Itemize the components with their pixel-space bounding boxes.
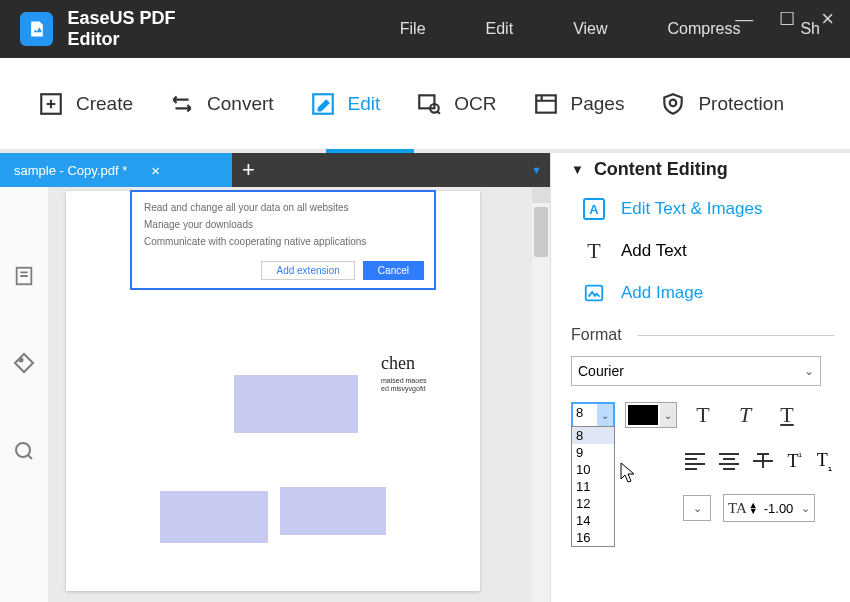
add-extension-button[interactable]: Add extension — [261, 261, 354, 280]
pencil-box-icon — [310, 91, 336, 117]
app-title: EaseUS PDF Editor — [67, 8, 229, 50]
ribbon-create[interactable]: Create — [38, 91, 133, 117]
ribbon-convert[interactable]: Convert — [169, 91, 274, 117]
ribbon-toolbar: Create Convert Edit OCR Pages Protection — [0, 58, 850, 153]
plus-box-icon — [38, 91, 64, 117]
svg-point-8 — [16, 443, 30, 457]
align-center-button[interactable] — [717, 448, 741, 474]
svg-point-5 — [670, 99, 677, 106]
subscript-button[interactable]: T₁ — [815, 448, 835, 474]
text-chen[interactable]: chen — [381, 353, 415, 374]
strikethrough-button[interactable] — [751, 448, 775, 474]
selection-box-1[interactable] — [234, 375, 358, 433]
size-dropdown-button[interactable]: ⌄ — [597, 404, 613, 426]
thumbnails-icon[interactable] — [13, 265, 35, 291]
align-left-button[interactable] — [683, 448, 707, 474]
chevron-down-icon: ⌄ — [801, 502, 810, 515]
embedded-dialog: Read and change all your data on all web… — [130, 190, 436, 290]
document-area: Read and change all your data on all web… — [0, 187, 550, 602]
add-image-icon — [583, 282, 605, 304]
edit-text-icon: A — [583, 198, 605, 220]
edit-text-images-item[interactable]: A Edit Text & Images — [571, 188, 834, 230]
format-section-head: Format — [571, 326, 834, 344]
dialog-line-3: Communicate with cooperating native appl… — [144, 236, 422, 247]
document-tab[interactable]: sample - Copy.pdf * × — [0, 153, 232, 187]
dialog-line-2: Manage your downloads — [144, 219, 422, 230]
add-image-item[interactable]: Add Image — [571, 272, 834, 314]
line-spacing-dropdown[interactable]: ⌄ — [683, 495, 711, 521]
tabbar-spacer: + ▼ — [232, 153, 550, 187]
window-controls: — ☐ × — [735, 6, 834, 32]
ribbon-protection[interactable]: Protection — [660, 91, 784, 117]
menu-edit[interactable]: Edit — [456, 20, 544, 38]
font-size-dropdown: 8 9 10 11 12 14 16 — [571, 426, 615, 547]
selection-box-2[interactable] — [160, 491, 268, 543]
color-dropdown-button[interactable]: ⌄ — [660, 403, 676, 427]
size-option-8[interactable]: 8 — [572, 427, 614, 444]
page: Read and change all your data on all web… — [66, 191, 480, 591]
side-panel: ▼ Content Editing A Edit Text & Images T… — [550, 153, 850, 602]
char-spacing-icon: TA — [728, 500, 747, 517]
ribbon-pages[interactable]: Pages — [533, 91, 625, 117]
ocr-icon — [416, 91, 442, 117]
size-option-11[interactable]: 11 — [572, 478, 614, 495]
search-rail-icon[interactable] — [12, 439, 36, 467]
tag-icon[interactable] — [12, 351, 36, 379]
color-swatch-black — [628, 405, 658, 425]
panel-heading[interactable]: ▼ Content Editing — [571, 157, 834, 188]
svg-point-7 — [20, 359, 23, 362]
pages-icon — [533, 91, 559, 117]
svg-rect-2 — [420, 95, 435, 108]
ribbon-ocr[interactable]: OCR — [416, 91, 496, 117]
app-logo — [20, 12, 53, 46]
char-spacing-arrows-icon: ▲▼ — [749, 502, 758, 514]
char-spacing-select[interactable]: TA ▲▼ -1.00 ⌄ — [723, 494, 815, 522]
maximize-button[interactable]: ☐ — [779, 8, 795, 30]
menu-file[interactable]: File — [370, 20, 456, 38]
underline-button[interactable]: T — [771, 400, 803, 430]
text-chen-sub[interactable]: maised maoesed misvyvgofd — [381, 377, 427, 393]
document-tabbar: sample - Copy.pdf * × + ▼ — [0, 153, 550, 187]
superscript-button[interactable]: T¹ — [785, 448, 805, 474]
page-canvas[interactable]: Read and change all your data on all web… — [48, 187, 532, 602]
convert-icon — [169, 91, 195, 117]
size-option-12[interactable]: 12 — [572, 495, 614, 512]
tab-close-button[interactable]: × — [151, 162, 160, 179]
size-option-14[interactable]: 14 — [572, 512, 614, 529]
add-tab-button[interactable]: + — [242, 157, 255, 183]
minimize-button[interactable]: — — [735, 9, 753, 30]
size-option-10[interactable]: 10 — [572, 461, 614, 478]
bold-button[interactable]: T — [687, 400, 719, 430]
selection-box-3[interactable] — [280, 487, 386, 535]
font-color-select[interactable]: ⌄ — [625, 402, 677, 428]
dialog-line-1: Read and change all your data on all web… — [144, 202, 422, 213]
chevron-down-icon: ⌄ — [804, 364, 814, 378]
cancel-extension-button[interactable]: Cancel — [363, 261, 424, 280]
add-text-icon: T — [583, 240, 605, 262]
title-bar: EaseUS PDF Editor File Edit View Compres… — [0, 0, 850, 58]
close-button[interactable]: × — [821, 6, 834, 32]
tab-title: sample - Copy.pdf * — [14, 163, 127, 178]
font-family-select[interactable]: Courier ⌄ — [571, 356, 821, 386]
menu-view[interactable]: View — [543, 20, 637, 38]
size-option-16[interactable]: 16 — [572, 529, 614, 546]
ribbon-edit[interactable]: Edit — [310, 91, 381, 117]
add-text-item[interactable]: T Add Text — [571, 230, 834, 272]
caret-down-icon: ▼ — [571, 162, 584, 177]
vertical-scrollbar[interactable] — [532, 187, 550, 602]
tab-dropdown-icon[interactable]: ▼ — [531, 164, 542, 176]
svg-rect-4 — [536, 95, 556, 112]
font-size-select[interactable]: 8 ⌄ 8 9 10 11 12 14 16 — [571, 402, 615, 428]
shield-icon — [660, 91, 686, 117]
left-rail — [0, 187, 48, 602]
scroll-thumb[interactable] — [534, 207, 548, 257]
size-option-9[interactable]: 9 — [572, 444, 614, 461]
italic-button[interactable]: T — [729, 400, 761, 430]
